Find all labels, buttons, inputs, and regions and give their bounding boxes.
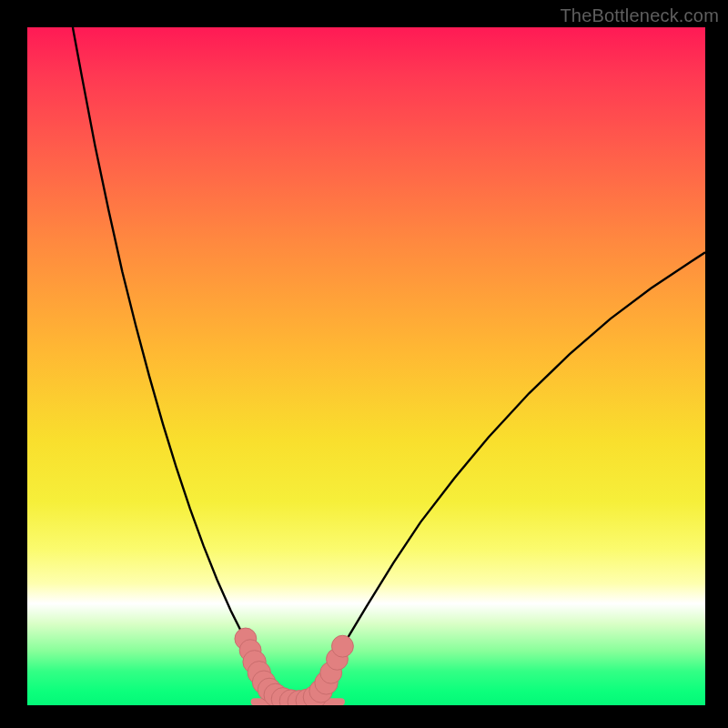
plot-area xyxy=(27,27,705,705)
watermark-text: TheBottleneck.com xyxy=(560,5,719,26)
curve-marker xyxy=(332,635,354,657)
marker-group xyxy=(235,628,353,705)
chart-svg xyxy=(27,27,705,705)
left-curve xyxy=(73,27,276,685)
outer-frame: TheBottleneck.com xyxy=(0,0,728,728)
right-curve xyxy=(319,252,705,684)
